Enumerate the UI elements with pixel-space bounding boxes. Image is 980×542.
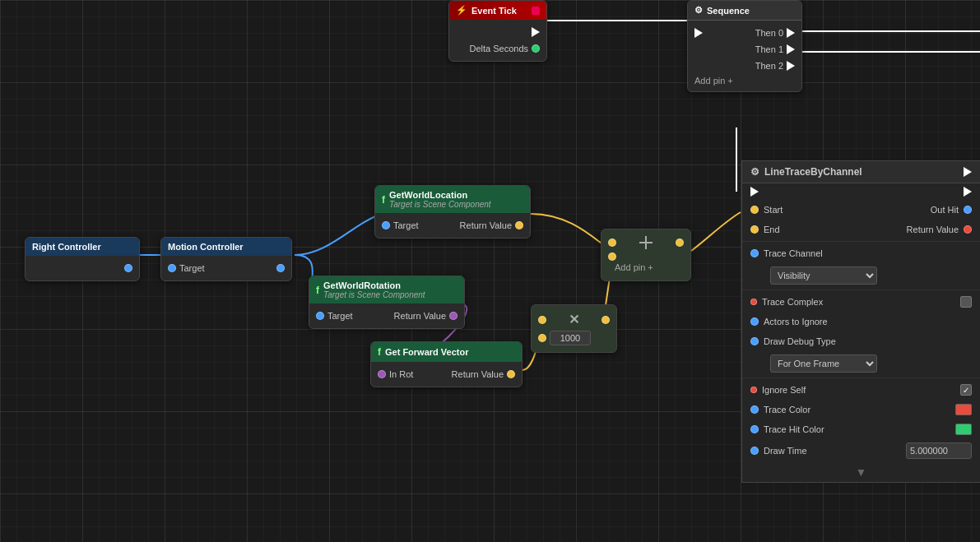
right-controller-title: Right Controller — [32, 242, 101, 252]
get-world-location-title: GetWorldLocation — [389, 190, 491, 200]
trace-complex-checkbox[interactable] — [960, 296, 972, 308]
end-pin[interactable] — [750, 225, 759, 234]
gwl-target-in[interactable] — [382, 221, 390, 229]
draw-debug-pin[interactable] — [750, 337, 759, 345]
add-pin-btn-label: Add pin + — [615, 262, 653, 272]
multiply-input-1[interactable] — [538, 316, 546, 324]
draw-debug-select[interactable]: For One Frame — [770, 354, 877, 373]
trace-color-swatch[interactable] — [955, 404, 972, 415]
panel-title: LineTraceByChannel — [764, 166, 862, 178]
get-forward-vector-node: f Get Forward Vector In Rot Return Value — [370, 341, 523, 387]
then-1-pin[interactable] — [787, 44, 795, 54]
draw-debug-type-row: Draw Debug Type — [742, 331, 980, 351]
target-in-label: Target — [179, 263, 205, 273]
motion-controller-title: Motion Controller — [168, 242, 244, 252]
ignore-self-pin[interactable] — [750, 387, 757, 393]
panel-exec-out[interactable] — [964, 187, 972, 197]
out-hit-pin[interactable] — [964, 206, 972, 214]
sequence-title: Sequence — [707, 6, 750, 16]
panel-header: ⚙ LineTraceByChannel — [742, 161, 980, 183]
gfv-inrot-in[interactable] — [378, 370, 386, 378]
add-node: Add pin + — [601, 229, 691, 281]
gwl-return-label: Return Value — [460, 220, 512, 230]
exec-row — [742, 183, 980, 200]
exec-in-pin[interactable] — [694, 28, 703, 38]
start-label: Start — [764, 205, 859, 215]
func-icon: f — [382, 194, 385, 206]
exec-out-pin[interactable] — [532, 27, 540, 37]
trace-color-label: Trace Color — [764, 405, 950, 415]
trace-complex-label: Trace Complex — [762, 297, 955, 307]
then-0-label: Then 0 — [755, 28, 783, 38]
get-forward-vector-header: f Get Forward Vector — [371, 342, 522, 362]
gwr-return-pin[interactable] — [449, 312, 457, 320]
trace-channel-select[interactable]: Visibility — [770, 266, 877, 285]
return-value-pin[interactable] — [964, 225, 972, 234]
gwr-target-label: Target — [327, 311, 353, 321]
add-output[interactable] — [676, 239, 684, 247]
trace-color-pin[interactable] — [750, 405, 759, 414]
trace-channel-pin[interactable] — [750, 249, 759, 257]
delta-seconds-pin[interactable] — [532, 44, 540, 53]
get-world-location-subtitle: Target is Scene Component — [389, 200, 491, 209]
add-node-add-pin[interactable]: Add pin + — [608, 261, 660, 274]
add-input-2[interactable] — [608, 252, 616, 261]
draw-time-input[interactable] — [906, 442, 972, 459]
get-forward-vector-title: Get Forward Vector — [385, 347, 468, 357]
right-controller-out-pin[interactable] — [124, 264, 132, 272]
multiply-value[interactable]: 1000 — [550, 331, 591, 345]
then-2-pin[interactable] — [787, 61, 795, 71]
multiply-output[interactable] — [601, 316, 610, 324]
gwl-return-pin[interactable] — [515, 221, 523, 229]
get-world-location-header: f GetWorldLocation Target is Scene Compo… — [375, 186, 530, 213]
plus-icon — [639, 236, 653, 249]
get-world-rotation-node: f GetWorldRotation Target is Scene Compo… — [309, 276, 465, 329]
motion-controller-target-in[interactable] — [168, 264, 176, 272]
draw-time-pin[interactable] — [750, 447, 759, 455]
add-pin-button[interactable]: Add pin + — [688, 74, 740, 87]
gwr-return-label: Return Value — [394, 311, 446, 321]
add-input-1[interactable] — [608, 239, 616, 247]
right-controller-header: Right Controller — [26, 238, 139, 256]
return-value-label: Return Value — [864, 225, 959, 234]
draw-debug-label: Draw Debug Type — [764, 336, 972, 346]
get-world-rotation-title: GetWorldRotation — [323, 280, 425, 290]
multiply-input-2[interactable] — [538, 334, 546, 342]
sequence-header: ⚙ Sequence — [688, 1, 801, 21]
trace-complex-pin[interactable] — [750, 299, 757, 305]
then-0-pin[interactable] — [787, 28, 795, 38]
panel-exec-in[interactable] — [750, 187, 759, 197]
motion-controller-target-out[interactable] — [276, 264, 285, 272]
multiply-node: ✕ 1000 — [531, 304, 617, 353]
get-world-rotation-subtitle: Target is Scene Component — [323, 290, 425, 299]
scroll-indicator[interactable]: ▼ — [742, 462, 980, 482]
get-world-rotation-header: f GetWorldRotation Target is Scene Compo… — [309, 276, 464, 303]
close-button[interactable] — [532, 7, 540, 15]
start-pin[interactable] — [750, 206, 759, 214]
ignore-self-row: Ignore Self — [742, 380, 980, 400]
right-controller-node: Right Controller — [25, 237, 140, 281]
draw-time-label: Draw Time — [764, 446, 901, 456]
trace-channel-row: Trace Channel — [742, 243, 980, 263]
func-icon-2: f — [316, 285, 319, 296]
end-row: End Return Value — [742, 220, 980, 239]
gwr-target-in[interactable] — [316, 312, 324, 320]
then-2-label: Then 2 — [755, 61, 783, 71]
end-label: End — [764, 225, 859, 234]
motion-controller-node: Motion Controller Target — [160, 237, 292, 281]
trace-complex-row: Trace Complex — [742, 292, 980, 312]
get-world-location-node: f GetWorldLocation Target is Scene Compo… — [374, 185, 531, 239]
event-tick-node: ⚡ Event Tick Delta Seconds — [448, 0, 547, 62]
trace-channel-select-row: Visibility — [742, 263, 980, 288]
trace-hit-color-pin[interactable] — [750, 425, 759, 433]
line-trace-panel: ⚙ LineTraceByChannel Start Out Hit End R… — [741, 160, 980, 483]
gwl-target-label: Target — [393, 220, 419, 230]
ignore-self-checkbox[interactable] — [960, 384, 972, 396]
motion-controller-header: Motion Controller — [161, 238, 291, 256]
event-icon: ⚡ — [456, 5, 467, 16]
gfv-return-label: Return Value — [452, 369, 504, 379]
trace-hit-color-swatch[interactable] — [955, 424, 972, 435]
gfv-return-pin[interactable] — [507, 370, 515, 378]
panel-exec-out-top[interactable] — [964, 167, 972, 177]
actors-to-ignore-pin[interactable] — [750, 317, 759, 326]
